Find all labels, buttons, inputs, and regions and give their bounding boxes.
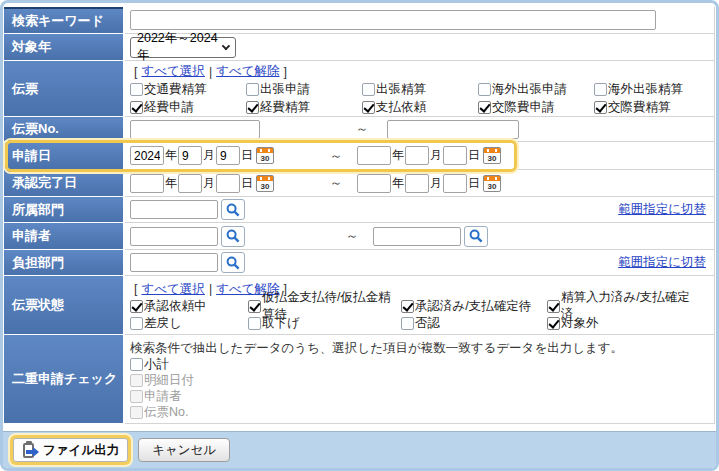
checkbox[interactable] bbox=[401, 300, 414, 313]
keyword-input[interactable] bbox=[130, 10, 656, 30]
slip-type-option: 支払依頼 bbox=[362, 99, 478, 116]
checkbox[interactable] bbox=[478, 83, 491, 96]
checkbox[interactable] bbox=[401, 317, 414, 330]
day-unit: 日 bbox=[241, 147, 253, 164]
application-date-to-month-input[interactable] bbox=[405, 146, 429, 165]
slip-status-label: 伝票状態 bbox=[4, 276, 123, 335]
slip-number-to-input[interactable] bbox=[387, 120, 519, 139]
calendar-icon[interactable]: 30 bbox=[256, 147, 274, 164]
row-keyword: 検索キーワード bbox=[4, 7, 715, 34]
row-slip-type: 伝票 [ すべて選択 | すべて解除 ] 交通費精算 出張申請 出張精算 海外出… bbox=[4, 61, 715, 117]
cost-department-range-link[interactable]: 範囲指定に切替 bbox=[618, 254, 706, 271]
duplicate-check-option: 小計 bbox=[130, 357, 194, 373]
calendar-icon[interactable]: 30 bbox=[256, 175, 274, 192]
separator: | bbox=[209, 282, 212, 296]
checkbox[interactable] bbox=[246, 83, 259, 96]
checkbox[interactable] bbox=[478, 101, 491, 114]
footer-bar: ファイル出力 キャンセル bbox=[3, 431, 716, 468]
approval-date-from-day-input[interactable] bbox=[216, 174, 240, 193]
application-date-to-year-input[interactable] bbox=[357, 146, 391, 165]
applicant-from-input[interactable] bbox=[130, 227, 218, 246]
search-icon[interactable] bbox=[221, 199, 245, 220]
search-icon[interactable] bbox=[464, 226, 488, 247]
application-date-from-day-input[interactable] bbox=[216, 146, 240, 165]
approval-date-to-day-input[interactable] bbox=[443, 174, 467, 193]
checkbox-label: 承認済み/支払確定待 bbox=[415, 298, 531, 315]
approval-date-to-year-input[interactable] bbox=[357, 174, 391, 193]
checkbox-label: 出張申請 bbox=[260, 81, 310, 98]
search-icon[interactable] bbox=[221, 252, 245, 273]
row-application-date: 申請日 年 月 日 30 ～ 年 月 日 30 bbox=[4, 142, 715, 170]
day-unit: 日 bbox=[468, 175, 480, 192]
department-input[interactable] bbox=[130, 200, 218, 219]
checkbox[interactable] bbox=[130, 83, 143, 96]
bracket: [ bbox=[134, 65, 137, 79]
checkbox-label: 海外出張申請 bbox=[492, 81, 567, 98]
checkbox[interactable] bbox=[130, 358, 143, 371]
checkbox-label: 経費精算 bbox=[260, 99, 310, 116]
checkbox[interactable] bbox=[248, 317, 261, 330]
search-icon[interactable] bbox=[221, 226, 245, 247]
slip-status-option: 承認依頼中 bbox=[130, 298, 248, 315]
slip-select-all-link[interactable]: すべて選択 bbox=[141, 63, 204, 80]
search-form: 検索キーワード 対象年 2022年～2024年 伝票 [ すべて選択 bbox=[0, 0, 719, 471]
checkbox[interactable] bbox=[130, 300, 143, 313]
status-select-all-link[interactable]: すべて選択 bbox=[141, 281, 204, 298]
application-date-to-day-input[interactable] bbox=[443, 146, 467, 165]
calendar-icon[interactable]: 30 bbox=[483, 175, 501, 192]
year-unit: 年 bbox=[392, 175, 404, 192]
checkbox[interactable] bbox=[547, 317, 560, 330]
target-year-select[interactable]: 2022年～2024年 bbox=[130, 37, 236, 58]
row-duplicate-check: 二重申請チェック 検索条件で抽出したデータのうち、選択した項目が複数一致するデー… bbox=[4, 335, 715, 424]
slip-deselect-all-link[interactable]: すべて解除 bbox=[216, 63, 279, 80]
slip-type-option: 経費申請 bbox=[130, 99, 246, 116]
checkbox-label: 対象外 bbox=[561, 315, 599, 332]
slip-type-option: 交際費精算 bbox=[594, 99, 710, 116]
department-range-link[interactable]: 範囲指定に切替 bbox=[618, 201, 706, 218]
bracket: [ bbox=[134, 282, 137, 296]
checkbox[interactable] bbox=[248, 300, 261, 313]
applicant-to-input[interactable] bbox=[373, 227, 461, 246]
checkbox[interactable] bbox=[246, 101, 259, 114]
row-applicant: 申請者 ～ bbox=[4, 223, 715, 250]
applicant-label: 申請者 bbox=[4, 223, 123, 250]
slip-type-option: 出張精算 bbox=[362, 81, 478, 98]
approval-date-from-month-input[interactable] bbox=[178, 174, 202, 193]
checkbox[interactable] bbox=[130, 317, 143, 330]
checkbox[interactable] bbox=[362, 83, 375, 96]
application-date-from-month-input[interactable] bbox=[178, 146, 202, 165]
slip-type-option: 交際費申請 bbox=[478, 99, 594, 116]
approval-date-from-year-input[interactable] bbox=[130, 174, 164, 193]
target-year-label: 対象年 bbox=[4, 34, 123, 61]
file-export-button[interactable]: ファイル出力 bbox=[13, 438, 128, 462]
checkbox[interactable] bbox=[594, 83, 607, 96]
row-slip-number: 伝票No. ～ bbox=[4, 117, 715, 142]
file-export-label: ファイル出力 bbox=[43, 442, 119, 459]
checkbox bbox=[130, 390, 143, 403]
approval-date-to-month-input[interactable] bbox=[405, 174, 429, 193]
checkbox bbox=[130, 374, 143, 387]
cost-department-input[interactable] bbox=[130, 253, 218, 272]
slip-type-option: 海外出張申請 bbox=[478, 81, 594, 98]
duplicate-check-option: 申請者 bbox=[130, 389, 194, 405]
month-unit: 月 bbox=[203, 175, 215, 192]
month-unit: 月 bbox=[430, 175, 442, 192]
tilde: ～ bbox=[355, 120, 369, 138]
duplicate-check-label: 二重申請チェック bbox=[4, 335, 123, 424]
row-target-year: 対象年 2022年～2024年 bbox=[4, 34, 715, 61]
application-date-from-year-input[interactable] bbox=[130, 146, 164, 165]
approval-complete-date-label: 承認完了日 bbox=[4, 170, 123, 197]
checkbox-label: 申請者 bbox=[144, 388, 182, 405]
checkbox[interactable] bbox=[594, 101, 607, 114]
slip-number-from-input[interactable] bbox=[130, 120, 260, 139]
cancel-button[interactable]: キャンセル bbox=[138, 438, 230, 462]
slip-type-option: 海外出張精算 bbox=[594, 81, 710, 98]
checkbox[interactable] bbox=[547, 300, 560, 313]
slip-type-label: 伝票 bbox=[4, 61, 123, 117]
checkbox-label: 交際費精算 bbox=[608, 99, 671, 116]
application-date-label: 申請日 bbox=[4, 142, 123, 170]
checkbox[interactable] bbox=[362, 101, 375, 114]
checkbox-label: 明細日付 bbox=[144, 372, 194, 389]
checkbox[interactable] bbox=[130, 101, 143, 114]
calendar-icon[interactable]: 30 bbox=[483, 147, 501, 164]
